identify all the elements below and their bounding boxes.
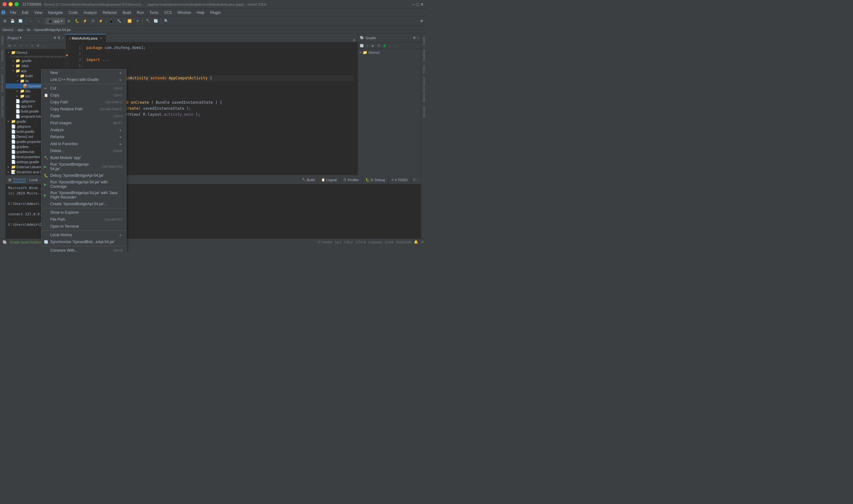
panel-tool-3[interactable]: — — [18, 43, 23, 48]
menu-code[interactable]: Code — [66, 10, 80, 16]
tab-2[interactable]: 2: — [0, 64, 5, 72]
avd-btn[interactable]: 📱 — [108, 18, 115, 25]
gradle-sync-btn[interactable]: 🔄 — [152, 18, 159, 25]
right-tab-gradle[interactable]: Gradle — [422, 35, 425, 47]
bottom-close-icon[interactable]: – — [417, 178, 419, 181]
cm-build-module[interactable]: 🔨 Build Module 'app' — [41, 154, 126, 161]
tree-demo1[interactable]: ▾ 📁 Demo1 — [6, 50, 66, 55]
cm-find-usages[interactable]: Find Usages Alt+F7 — [41, 120, 126, 126]
breadcrumb-lib[interactable]: lib — [27, 28, 30, 32]
panel-collapse-icon[interactable]: – — [62, 36, 63, 39]
notification-icon[interactable]: 🔔 — [414, 240, 418, 244]
tab-layout-captures[interactable]: Layout Captures — [0, 94, 5, 120]
tab-logcat[interactable]: 📋Logcat — [318, 176, 340, 184]
save-all-btn[interactable]: 💾 — [9, 18, 16, 25]
panel-tool-5[interactable]: ≡ — [30, 43, 35, 48]
tab-project[interactable]: Project — [0, 34, 5, 48]
win-close-icon[interactable]: ✕ — [420, 2, 424, 7]
profile-btn[interactable]: ⏱ — [89, 18, 96, 25]
cm-link-cpp[interactable]: Link C++ Project with Gradle ► — [41, 76, 126, 83]
apply-changes-btn[interactable]: ⚡ — [97, 18, 104, 25]
menu-view[interactable]: View — [32, 10, 45, 16]
tab-mainactivity[interactable]: J MainActivity.java ✕ — [66, 34, 106, 42]
coverage-btn[interactable]: ⚡ — [81, 18, 89, 25]
project-nav-btn[interactable]: ⊞ — [1, 18, 8, 25]
panel-tool-4[interactable]: ↕ — [24, 43, 29, 48]
window-controls[interactable] — [2, 2, 19, 6]
cm-copy[interactable]: 📋 Copy Ctrl+C — [41, 92, 126, 98]
cm-refactor[interactable]: Refactor ► — [41, 133, 126, 140]
sync-btn[interactable]: 🔄 — [17, 18, 24, 25]
git-btn[interactable]: 🔀 — [126, 18, 133, 25]
project-panel-dropdown-icon[interactable]: ▾ — [20, 36, 21, 40]
breadcrumb-app[interactable]: app — [17, 28, 23, 32]
cm-local-history[interactable]: Local History ► — [41, 231, 126, 238]
cm-open-terminal[interactable]: Open in Terminal — [41, 223, 126, 230]
menu-file[interactable]: File — [7, 10, 19, 16]
debug-btn[interactable]: 🐛 — [74, 18, 80, 25]
cm-add-favorites[interactable]: Add to Favorites ► — [41, 140, 126, 147]
build-module-btn[interactable]: 🔨 — [144, 18, 151, 25]
gradle-add-btn[interactable]: + — [365, 43, 370, 48]
cm-copy-relative-path[interactable]: Copy Relative Path Ctrl+Alt+Shift+C — [41, 106, 126, 112]
tab-build-variants[interactable]: Build Variants — [0, 72, 5, 94]
cm-run-jfr[interactable]: ▶ Run 'XposedBridgeApi-54.jar' with 'Jav… — [41, 190, 126, 200]
sdk-btn[interactable]: 🔧 — [116, 18, 123, 25]
cm-cut[interactable]: ✂ Cut Ctrl+X — [41, 85, 126, 92]
back-btn[interactable]: ← — [28, 18, 34, 25]
cm-delete[interactable]: Delete... Delete — [41, 147, 126, 154]
menu-window[interactable]: Window — [175, 10, 194, 16]
cm-copy-path[interactable]: Copy Path Ctrl+Shift+C — [41, 98, 126, 106]
menu-navigate[interactable]: Navigate — [46, 10, 66, 16]
cm-create-jar[interactable]: Create 'XposedBridgeApi-54.jar'... — [41, 200, 126, 208]
win-restore-icon[interactable]: □ — [416, 2, 419, 7]
editor-settings-icon[interactable]: ⚙ — [353, 39, 356, 42]
gradle-tree-btn[interactable]: 🌲 — [382, 43, 387, 48]
tree-gradle[interactable]: ▾ 📁 .gradle — [6, 58, 66, 63]
panel-filter-icon[interactable]: ☰ — [57, 36, 60, 39]
git-branch[interactable]: ⎇ master — [316, 240, 332, 244]
right-tab-device-file[interactable]: Device File Explorer — [422, 75, 425, 104]
menu-vcs[interactable]: VCS — [162, 10, 175, 16]
maximize-button[interactable] — [15, 2, 19, 6]
menu-edit[interactable]: Edit — [19, 10, 31, 16]
settings-btn[interactable]: ⚙ — [418, 18, 425, 25]
tab-close[interactable]: ✕ — [100, 37, 103, 40]
win-minimize-icon[interactable]: ─ — [412, 2, 415, 7]
tab-debug[interactable]: 🐛S: Debug — [362, 176, 388, 184]
close-button[interactable] — [2, 2, 7, 6]
terminal-label-tab[interactable]: Terminal — [13, 177, 26, 182]
gradle-run-btn[interactable]: ▶ — [370, 43, 376, 48]
menu-refactor[interactable]: Refactor — [100, 10, 120, 16]
search-everywhere-btn[interactable]: 🔍 — [163, 18, 170, 25]
tab-build[interactable]: 🔨Build — [299, 176, 318, 184]
minimize-button[interactable] — [8, 2, 13, 6]
panel-tool-2[interactable]: + — [13, 43, 18, 48]
indent-text[interactable]: 4 spaces — [368, 240, 382, 244]
tab-todo[interactable]: ≡≡ TODO — [388, 176, 411, 184]
window-action-buttons[interactable]: ─ □ ✕ — [412, 2, 424, 7]
breadcrumb-jar[interactable]: XposedBridgeApi-54.jar — [34, 28, 71, 32]
line-ending-text[interactable]: CRLF — [344, 240, 353, 244]
menu-build[interactable]: Build — [120, 10, 134, 16]
panel-tool-1[interactable]: ⊞ — [7, 43, 12, 48]
tab-profiler[interactable]: ⏱Profiler — [340, 176, 362, 184]
cm-paste[interactable]: Paste Ctrl+V — [41, 112, 126, 120]
menu-tools[interactable]: Tools — [147, 10, 161, 16]
commit-btn[interactable]: ✔ — [134, 18, 141, 25]
breadcrumb-demo1[interactable]: Demo1 — [2, 28, 14, 32]
cm-show-explorer[interactable]: Show in Explorer — [41, 209, 126, 216]
encoding-text[interactable]: UTF-8 — [356, 240, 365, 244]
tab-favorites[interactable]: Favorites — [0, 48, 5, 64]
gradle-tree-item-demo1[interactable]: ► 📁 Demo1 — [358, 50, 421, 55]
right-tab-structure[interactable]: Structure — [422, 104, 425, 120]
right-tab-database[interactable]: Database — [422, 47, 425, 63]
right-tab-todo[interactable]: TODO — [422, 63, 425, 75]
gradle-run-tests-btn[interactable]: ☰ — [376, 43, 381, 48]
cm-compare-with[interactable]: Compare With... Ctrl+D — [41, 247, 126, 252]
cm-new[interactable]: New ► — [41, 69, 126, 76]
run-btn[interactable]: ▶ — [66, 18, 73, 25]
local-tab[interactable]: Local — [30, 178, 38, 182]
gradle-minimize-icon[interactable]: – — [417, 36, 419, 39]
gradle-refresh-btn[interactable]: 🔄 — [359, 43, 364, 48]
